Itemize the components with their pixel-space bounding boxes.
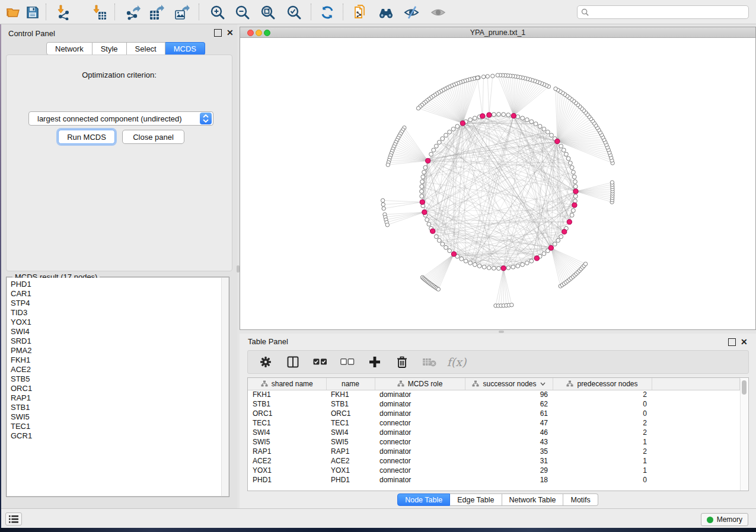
table-row[interactable]: RAP1RAP1dominator352	[248, 447, 740, 456]
column-header-successor-nodes[interactable]: successor nodes	[465, 378, 553, 390]
table-cell[interactable]: SWI5	[248, 437, 326, 447]
table-cell[interactable]: TEC1	[326, 418, 375, 428]
table-cell[interactable]: 31	[465, 456, 553, 466]
save-session-button[interactable]	[24, 4, 42, 21]
table-row[interactable]: ORC1ORC1dominator610	[248, 409, 740, 418]
show-all-button[interactable]	[429, 4, 447, 21]
mcds-result-item[interactable]: STB5	[11, 374, 228, 384]
mcds-result-item[interactable]: SWI4	[11, 327, 228, 336]
table-cell[interactable]: 62	[465, 399, 553, 409]
table-cell[interactable]: 0	[553, 475, 652, 485]
zoom-out-button[interactable]	[234, 4, 251, 21]
delete-column-button[interactable]	[395, 355, 409, 369]
column-header-name[interactable]: name	[326, 378, 375, 390]
network-titlebar[interactable]: YPA_prune.txt_1	[240, 27, 755, 38]
export-network-button[interactable]	[124, 4, 142, 21]
table-cell[interactable]: 2	[553, 428, 652, 437]
table-cell[interactable]: ORC1	[326, 409, 375, 418]
show-columns-button[interactable]	[286, 355, 300, 369]
zoom-in-button[interactable]	[209, 4, 227, 21]
table-cell[interactable]: YOX1	[326, 466, 375, 475]
table-cell[interactable]: 18	[465, 475, 553, 485]
create-column-button[interactable]	[368, 355, 382, 369]
table-cell[interactable]: TEC1	[248, 418, 326, 428]
table-settings-button[interactable]	[259, 355, 273, 369]
table-cell[interactable]: dominator	[375, 409, 465, 418]
table-cell[interactable]: 29	[465, 466, 553, 475]
table-cell[interactable]: STB1	[248, 399, 326, 409]
table-cell[interactable]: ORC1	[248, 409, 326, 418]
network-canvas[interactable]	[240, 38, 755, 329]
table-scrollbar-thumb[interactable]	[742, 380, 747, 395]
node-table[interactable]: shared name name MCDS role successor nod…	[247, 377, 749, 491]
import-network-button[interactable]	[55, 4, 72, 21]
table-cell[interactable]: STB1	[326, 399, 375, 409]
table-cell[interactable]: RAP1	[326, 447, 375, 456]
table-row[interactable]: SWI5SWI5connector431	[248, 437, 740, 447]
mcds-result-listbox[interactable]: PHD1CAR1STP4TID3YOX1SWI4SRD1PMA2FKH1ACE2…	[7, 278, 228, 496]
mcds-result-item[interactable]: TEC1	[11, 422, 228, 431]
table-cell[interactable]: FKH1	[326, 390, 375, 399]
hide-selected-button[interactable]	[403, 4, 420, 21]
first-neighbors-button[interactable]	[377, 4, 395, 21]
table-cell[interactable]: 0	[553, 409, 652, 418]
mcds-result-item[interactable]: SWI5	[11, 412, 228, 422]
table-cell[interactable]: 35	[465, 447, 553, 456]
table-cell[interactable]: 0	[553, 399, 652, 409]
clone-network-button[interactable]	[352, 4, 369, 21]
export-image-button[interactable]	[173, 4, 191, 21]
table-cell[interactable]: SWI4	[248, 428, 326, 437]
table-cell[interactable]: connector	[375, 456, 465, 466]
float-panel-icon[interactable]	[214, 29, 222, 37]
mcds-result-item[interactable]: PMA2	[11, 346, 228, 355]
table-cell[interactable]: 2	[553, 390, 652, 399]
table-cell[interactable]: 47	[465, 418, 553, 428]
table-row[interactable]: ACE2ACE2connector311	[248, 456, 740, 466]
export-table-button[interactable]	[148, 4, 165, 21]
table-row[interactable]: SWI4SWI4dominator462	[248, 428, 740, 437]
select-all-button[interactable]	[313, 355, 327, 369]
table-cell[interactable]: 2	[553, 447, 652, 456]
open-file-button[interactable]	[5, 4, 23, 21]
optimization-criterion-select[interactable]: largest connected component (undirected)	[28, 111, 213, 126]
table-scrollbar[interactable]	[740, 379, 748, 491]
table-row[interactable]: FKH1FKH1dominator962	[248, 390, 740, 399]
float-table-panel-icon[interactable]	[728, 338, 736, 346]
column-header-shared-name[interactable]: shared name	[248, 378, 326, 390]
table-row[interactable]: TEC1TEC1connector472	[248, 418, 740, 428]
column-header-predecessor-nodes[interactable]: predecessor nodes	[553, 378, 652, 390]
table-cell[interactable]: ACE2	[326, 456, 375, 466]
tab-style[interactable]: Style	[92, 42, 127, 55]
zoom-fit-button[interactable]	[259, 4, 277, 21]
mcds-result-item[interactable]: ORC1	[11, 384, 228, 393]
close-table-panel-icon[interactable]: ✕	[741, 338, 748, 346]
mcds-result-item[interactable]: SRD1	[11, 336, 228, 346]
table-cell[interactable]: connector	[375, 437, 465, 447]
table-cell[interactable]: FKH1	[248, 390, 326, 399]
close-panel-icon[interactable]: ✕	[227, 29, 234, 37]
table-cell[interactable]: 2	[553, 418, 652, 428]
import-table-button[interactable]	[90, 4, 108, 21]
table-cell[interactable]: dominator	[375, 447, 465, 456]
table-row[interactable]: YOX1YOX1connector291	[248, 466, 740, 475]
mcds-result-item[interactable]: STB1	[11, 403, 228, 412]
table-cell[interactable]: ACE2	[248, 456, 326, 466]
table-cell[interactable]: 1	[553, 466, 652, 475]
table-cell[interactable]: dominator	[375, 399, 465, 409]
tab-select[interactable]: Select	[127, 42, 165, 55]
zoom-selected-button[interactable]	[285, 4, 303, 21]
table-cell[interactable]: 43	[465, 437, 553, 447]
tab-network-table[interactable]: Network Table	[502, 493, 564, 506]
table-cell[interactable]: 1	[553, 437, 652, 447]
mcds-result-item[interactable]: STP4	[11, 299, 228, 308]
memory-button[interactable]: Memory	[701, 513, 748, 526]
table-row[interactable]: STB1STB1dominator620	[248, 399, 740, 409]
search-input[interactable]	[592, 8, 745, 17]
table-cell[interactable]: YOX1	[248, 466, 326, 475]
tab-network[interactable]: Network	[46, 42, 92, 55]
table-cell[interactable]: PHD1	[248, 475, 326, 485]
table-cell[interactable]: connector	[375, 466, 465, 475]
table-cell[interactable]: 1	[553, 456, 652, 466]
column-header-mcds-role[interactable]: MCDS role	[375, 378, 465, 390]
table-cell[interactable]: RAP1	[248, 447, 326, 456]
